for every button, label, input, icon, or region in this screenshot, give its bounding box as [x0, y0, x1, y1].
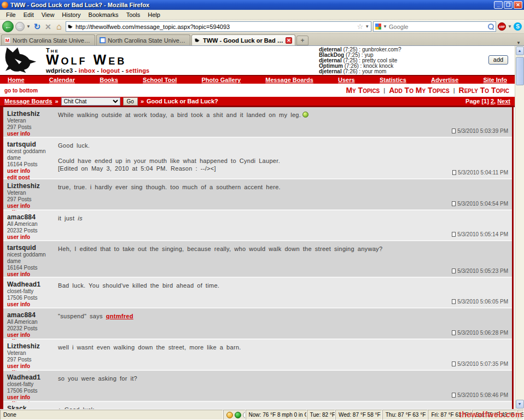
nav-books[interactable]: Books — [100, 77, 118, 83]
weather-tue[interactable]: Tue: 82 °F☀ — [307, 410, 335, 420]
menu-file[interactable]: File — [2, 11, 20, 18]
post-timestamp: 5/3/2010 5:04:54 PM — [452, 201, 508, 207]
go-button[interactable]: Go — [123, 97, 138, 106]
menu-help[interactable]: Help — [144, 11, 164, 18]
nav-advertise[interactable]: Advertise — [431, 77, 458, 83]
back-button[interactable]: ← — [2, 21, 14, 32]
nav-site-info[interactable]: Site Info — [484, 77, 507, 83]
bookmark-star-icon[interactable]: ☆ — [357, 22, 364, 31]
logout-link[interactable]: logout — [101, 67, 120, 74]
page-2-link[interactable]: 2, — [491, 98, 496, 104]
adblock-dropdown-icon[interactable]: ▼ — [508, 24, 512, 29]
site-logo[interactable]: The Wolf Web wdprice3 - inbox - logout -… — [2, 46, 149, 74]
emoticon-status-icon[interactable] — [226, 412, 233, 418]
mention-user-link[interactable]: qntmfred — [106, 313, 133, 319]
user-info-link[interactable]: user info — [7, 301, 53, 308]
post-author[interactable]: tartsquid — [7, 141, 53, 148]
post-link-icon[interactable] — [452, 299, 456, 304]
tab-tww-active[interactable]: TWW - Good Luck or Bad Luck? ✕ — [191, 34, 295, 45]
weather-thu[interactable]: Thu: 87 °F 63 °F 0 in☀ — [382, 410, 428, 420]
settings-link[interactable]: settings — [126, 67, 150, 74]
navigation-toolbar: ← → ▼ ↻ ✕ ⌂ ☆ ▼ ▼ ABP ▼ S — [0, 20, 524, 34]
menu-edit[interactable]: Edit — [20, 11, 38, 18]
history-dropdown-icon[interactable]: ▼ — [26, 24, 31, 29]
home-button[interactable]: ⌂ — [54, 22, 64, 32]
tab-ncsu-mail[interactable]: M North Carolina State University Mail -… — [1, 34, 95, 45]
post-link-icon[interactable] — [452, 170, 456, 175]
breadcrumb-message-boards[interactable]: Message Boards — [4, 98, 52, 104]
tab-close-icon[interactable]: ✕ — [286, 37, 292, 44]
nav-message-boards[interactable]: Message Boards — [265, 77, 313, 83]
nav-calendar[interactable]: Calendar — [49, 77, 75, 83]
url-bar[interactable]: ☆ ▼ — [66, 21, 371, 32]
user-info-link[interactable]: user info — [7, 203, 53, 209]
user-info-link[interactable]: user info — [7, 394, 53, 401]
inbox-link[interactable]: inbox — [79, 67, 95, 74]
post-message: "suspend" says qntmfred — [54, 308, 512, 339]
user-info-link[interactable]: user info — [7, 131, 53, 137]
search-icon[interactable] — [488, 24, 494, 30]
menu-tools[interactable]: Tools — [123, 11, 144, 18]
refresh-button[interactable]: ↻ — [32, 22, 42, 32]
post-author[interactable]: Liztheshiz — [7, 110, 53, 118]
post-link-icon[interactable] — [452, 393, 456, 398]
connection-status-icon[interactable] — [235, 412, 241, 418]
url-input[interactable] — [75, 24, 356, 30]
minimize-button[interactable]: _ — [494, 1, 503, 9]
my-topics-link[interactable]: My Topics — [346, 86, 380, 95]
scrollbar-thumb[interactable] — [516, 57, 524, 85]
scroll-down-icon[interactable]: ▼ — [516, 400, 524, 409]
url-dropdown-icon[interactable]: ▼ — [365, 24, 369, 29]
scroll-up-icon[interactable]: ▲ — [516, 46, 524, 55]
weather-now[interactable]: Now: 76 °F 8 mph 0 in Cloudy☁ — [246, 410, 307, 420]
add-to-my-topics-link[interactable]: Add To My Topics — [389, 86, 450, 95]
post-author[interactable]: Liztheshiz — [7, 342, 53, 350]
nav-photo-gallery[interactable]: Photo Gallery — [202, 77, 241, 83]
forward-button[interactable]: → — [15, 22, 25, 31]
reply-to-topic-link[interactable]: Reply To Topic — [459, 86, 509, 95]
menu-bookmarks[interactable]: Bookmarks — [85, 11, 123, 18]
search-input[interactable] — [389, 24, 486, 30]
user-info-link[interactable]: user info — [7, 363, 53, 370]
nav-school-tool[interactable]: School Tool — [143, 77, 177, 83]
weather-wed[interactable]: Wed: 87 °F 58 °F 0 in☀ — [335, 410, 382, 420]
post-author[interactable]: amac884 — [7, 213, 53, 221]
post-link-icon[interactable] — [452, 269, 456, 273]
go-to-bottom-link[interactable]: go to bottom — [4, 88, 38, 94]
close-button[interactable]: ✕ — [514, 1, 522, 9]
new-tab-button[interactable]: + — [296, 36, 308, 45]
stop-button[interactable]: ✕ — [44, 22, 53, 31]
post-author[interactable]: Wadhead1 — [7, 281, 53, 288]
post-author[interactable]: Wadhead1 — [7, 374, 53, 381]
restore-button[interactable]: ❐ — [504, 1, 513, 9]
status-bar: Done Now: 76 °F 8 mph 0 in Cloudy☁ Tue: … — [0, 409, 524, 420]
nav-statistics[interactable]: Statistics — [380, 77, 406, 83]
user-info-link[interactable]: user info — [7, 168, 53, 174]
list-all-tabs-icon[interactable]: ▼ — [514, 40, 523, 45]
user-info-link[interactable]: user info — [7, 234, 53, 241]
nav-home[interactable]: Home — [8, 77, 25, 83]
post-link-icon[interactable] — [452, 232, 456, 237]
post-link-icon[interactable] — [452, 361, 456, 366]
nav-users[interactable]: Users — [338, 77, 355, 83]
user-info-link[interactable]: user info — [7, 271, 53, 278]
menu-view[interactable]: View — [38, 11, 59, 18]
post-link-icon[interactable] — [452, 330, 456, 335]
tab-ncsu-calendar[interactable]: ▦ North Carolina State University - Cale… — [96, 34, 190, 45]
skype-icon[interactable]: S — [514, 22, 522, 31]
adblock-icon[interactable]: ABP — [498, 22, 506, 31]
post-author[interactable]: Liztheshiz — [7, 182, 53, 190]
post-author[interactable]: tartsquid — [7, 244, 53, 252]
board-select[interactable]: Chit Chat — [61, 97, 120, 106]
next-page-link[interactable]: Next — [497, 98, 510, 104]
chat-add-button[interactable]: add — [488, 55, 508, 65]
post-author[interactable]: Skack — [7, 405, 53, 409]
post-link-icon[interactable] — [452, 201, 456, 206]
vertical-scrollbar[interactable]: ▲ ▼ — [515, 46, 524, 409]
menu-history[interactable]: History — [58, 11, 84, 18]
search-engine-dropdown-icon[interactable]: ▼ — [383, 24, 387, 29]
post-link-icon[interactable] — [452, 129, 456, 133]
user-info-link[interactable]: user info — [7, 332, 53, 339]
search-box[interactable]: ▼ — [373, 21, 496, 32]
post-author[interactable]: amac884 — [7, 311, 53, 319]
